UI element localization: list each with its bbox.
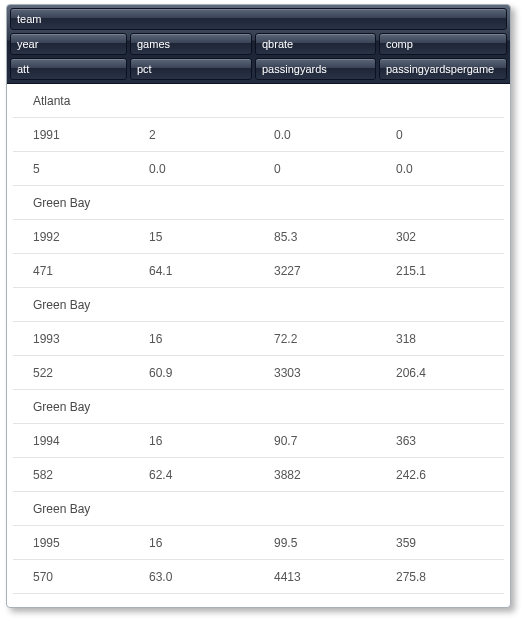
cell-c1: 64.1 xyxy=(149,264,274,278)
cell-c3: 0.0 xyxy=(396,162,504,176)
cell-c2: 0.0 xyxy=(274,128,396,142)
table-row[interactable]: 52260.93303206.4 xyxy=(13,356,504,390)
cell-c0: Green Bay xyxy=(33,196,149,210)
table-row[interactable]: Green Bay xyxy=(13,186,504,220)
cell-c1: 16 xyxy=(149,536,274,550)
cell-c0: 522 xyxy=(33,366,149,380)
cell-c2: 4413 xyxy=(274,570,396,584)
col-header-passingyards[interactable]: passingyards xyxy=(255,58,376,80)
grid-body: Atlanta199120.0050.000.0Green Bay1992158… xyxy=(7,84,510,602)
col-header-games[interactable]: games xyxy=(130,33,252,55)
cell-c0: 5 xyxy=(33,162,149,176)
header-row-2: year games qbrate comp xyxy=(10,33,507,55)
cell-c1: 62.4 xyxy=(149,468,274,482)
cell-c1: 16 xyxy=(149,332,274,346)
cell-c3: 215.1 xyxy=(396,264,504,278)
table-row[interactable]: 19931672.2318 xyxy=(13,322,504,356)
cell-c2: 3227 xyxy=(274,264,396,278)
cell-c0: 1995 xyxy=(33,536,149,550)
cell-c3: 363 xyxy=(396,434,504,448)
cell-c2: 72.2 xyxy=(274,332,396,346)
header-row-3: att pct passingyards passingyardspergame xyxy=(10,58,507,80)
cell-c0: 1992 xyxy=(33,230,149,244)
cell-c3: 302 xyxy=(396,230,504,244)
cell-c2: 3303 xyxy=(274,366,396,380)
cell-c0: 471 xyxy=(33,264,149,278)
table-row[interactable]: Green Bay xyxy=(13,288,504,322)
cell-c1: 16 xyxy=(149,434,274,448)
cell-c1: 2 xyxy=(149,128,274,142)
cell-c0: Green Bay xyxy=(33,400,149,414)
col-header-passingyardspergame[interactable]: passingyardspergame xyxy=(379,58,507,80)
col-header-pct[interactable]: pct xyxy=(130,58,252,80)
table-row[interactable]: 19941690.7363 xyxy=(13,424,504,458)
cell-c0: 570 xyxy=(33,570,149,584)
cell-c1: 60.9 xyxy=(149,366,274,380)
table-row[interactable]: 47164.13227215.1 xyxy=(13,254,504,288)
cell-c0: 1991 xyxy=(33,128,149,142)
table-row[interactable]: Atlanta xyxy=(13,84,504,118)
header-row-1: team xyxy=(10,8,507,30)
cell-c0: Green Bay xyxy=(33,502,149,516)
cell-c0: 1993 xyxy=(33,332,149,346)
table-row[interactable]: 50.000.0 xyxy=(13,152,504,186)
cell-c3: 242.6 xyxy=(396,468,504,482)
table-row[interactable]: Green Bay xyxy=(13,390,504,424)
col-header-year[interactable]: year xyxy=(10,33,127,55)
cell-c2: 99.5 xyxy=(274,536,396,550)
cell-c1: 63.0 xyxy=(149,570,274,584)
col-header-team[interactable]: team xyxy=(10,8,507,30)
cell-c1: 15 xyxy=(149,230,274,244)
cell-c1: 0.0 xyxy=(149,162,274,176)
col-header-qbrate[interactable]: qbrate xyxy=(255,33,376,55)
cell-c2: 90.7 xyxy=(274,434,396,448)
table-row[interactable]: 19921585.3302 xyxy=(13,220,504,254)
cell-c0: Atlanta xyxy=(33,94,149,108)
col-header-att[interactable]: att xyxy=(10,58,127,80)
cell-c3: 359 xyxy=(396,536,504,550)
cell-c3: 318 xyxy=(396,332,504,346)
cell-c0: 1994 xyxy=(33,434,149,448)
cell-c2: 85.3 xyxy=(274,230,396,244)
table-row[interactable]: Green Bay xyxy=(13,594,504,602)
cell-c3: 275.8 xyxy=(396,570,504,584)
table-row[interactable]: 57063.04413275.8 xyxy=(13,560,504,594)
cell-c3: 0 xyxy=(396,128,504,142)
cell-c2: 0 xyxy=(274,162,396,176)
table-row[interactable]: Green Bay xyxy=(13,492,504,526)
table-row[interactable]: 19951699.5359 xyxy=(13,526,504,560)
cell-c3: 206.4 xyxy=(396,366,504,380)
cell-c0: Green Bay xyxy=(33,298,149,312)
table-row[interactable]: 199120.00 xyxy=(13,118,504,152)
col-header-comp[interactable]: comp xyxy=(379,33,507,55)
column-header-area: team year games qbrate comp att pct pass… xyxy=(7,5,510,84)
data-grid-panel: team year games qbrate comp att pct pass… xyxy=(6,4,511,608)
cell-c2: 3882 xyxy=(274,468,396,482)
cell-c0: 582 xyxy=(33,468,149,482)
table-row[interactable]: 58262.43882242.6 xyxy=(13,458,504,492)
